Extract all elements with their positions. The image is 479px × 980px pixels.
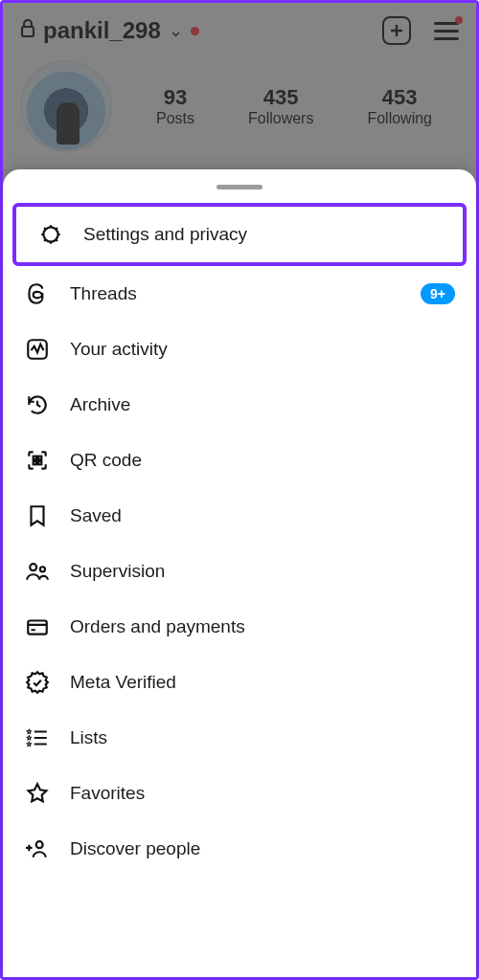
username-text: pankil_298 [43, 17, 161, 44]
menu-item-discover[interactable]: Discover people [3, 821, 476, 877]
menu-label: Discover people [70, 838, 455, 859]
stat-followers[interactable]: 435 Followers [248, 85, 313, 127]
qr-icon [24, 447, 51, 474]
menu-bottom-sheet: Settings and privacy Threads 9+ [3, 169, 476, 977]
menu-item-lists[interactable]: Lists [3, 710, 476, 766]
svg-rect-0 [22, 27, 34, 36]
svg-point-10 [36, 841, 43, 848]
menu-item-saved[interactable]: Saved [3, 488, 476, 544]
bookmark-icon [24, 502, 51, 529]
menu-label: Lists [70, 727, 455, 748]
menu-label: Your activity [70, 339, 455, 360]
activity-icon [24, 336, 51, 363]
menu-label: Archive [70, 394, 455, 415]
gear-icon [37, 221, 64, 248]
menu-label: Meta Verified [70, 672, 455, 693]
notification-dot [191, 27, 199, 35]
svg-point-7 [30, 564, 36, 570]
menu-item-favorites[interactable]: Favorites [3, 766, 476, 821]
menu-item-threads[interactable]: Threads 9+ [3, 266, 476, 322]
top-actions [382, 16, 459, 45]
threads-icon [24, 280, 51, 307]
menu-label: QR code [70, 450, 455, 471]
avatar[interactable] [20, 60, 112, 152]
menu-list: Settings and privacy Threads 9+ [3, 197, 476, 877]
verified-icon [24, 669, 51, 696]
svg-rect-5 [34, 461, 36, 464]
menu-item-orders[interactable]: Orders and payments [3, 599, 476, 655]
svg-rect-9 [28, 621, 47, 635]
menu-item-archive[interactable]: Archive [3, 377, 476, 433]
menu-label: Supervision [70, 561, 455, 582]
app-screen: pankil_298 ⌄ 93 Posts [0, 0, 479, 980]
username-selector[interactable]: pankil_298 ⌄ [20, 17, 199, 44]
card-icon [24, 613, 51, 640]
svg-rect-6 [38, 461, 41, 464]
menu-item-meta-verified[interactable]: Meta Verified [3, 655, 476, 710]
threads-badge: 9+ [421, 283, 455, 304]
star-icon [24, 780, 51, 807]
create-button[interactable] [382, 16, 411, 45]
stat-following[interactable]: 453 Following [367, 85, 432, 127]
lists-icon [24, 724, 51, 751]
discover-people-icon [24, 835, 51, 862]
menu-item-activity[interactable]: Your activity [3, 322, 476, 377]
menu-label: Favorites [70, 783, 455, 804]
chevron-down-icon: ⌄ [169, 20, 183, 41]
lock-icon [20, 19, 35, 42]
sheet-drag-handle[interactable] [217, 185, 262, 189]
profile-stats-row: 93 Posts 435 Followers 453 Following [3, 45, 476, 152]
svg-rect-3 [34, 457, 36, 459]
menu-item-qr[interactable]: QR code [3, 433, 476, 488]
menu-item-supervision[interactable]: Supervision [3, 544, 476, 599]
svg-point-1 [43, 227, 57, 241]
profile-topbar: pankil_298 ⌄ [3, 3, 476, 45]
supervision-icon [24, 558, 51, 585]
archive-icon [24, 391, 51, 418]
menu-label: Settings and privacy [83, 224, 442, 245]
menu-item-settings[interactable]: Settings and privacy [12, 203, 467, 266]
menu-button[interactable] [434, 22, 459, 40]
svg-rect-4 [38, 457, 41, 459]
menu-label: Orders and payments [70, 616, 455, 637]
menu-label: Threads [70, 283, 401, 304]
menu-notification-dot [455, 16, 463, 24]
menu-label: Saved [70, 505, 455, 526]
svg-point-8 [40, 567, 45, 571]
stat-posts[interactable]: 93 Posts [156, 85, 194, 127]
